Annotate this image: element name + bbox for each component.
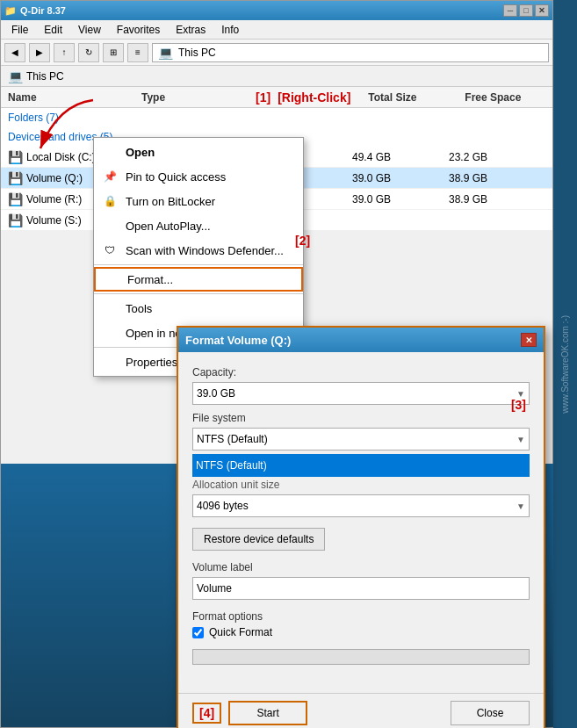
- toolbar: ◀ ▶ ↑ ↻ ⊞ ≡ 💻 This PC: [1, 40, 552, 66]
- watermark-sidebar: www.SoftwareOK.com :-): [553, 0, 577, 728]
- filesystem-label: File system: [192, 412, 530, 424]
- context-format-label: Format...: [127, 273, 173, 286]
- drive-label-q: Volume (Q:): [26, 172, 83, 184]
- drive-total-c: 49.4 GB: [352, 151, 449, 163]
- context-defender-icon: 🛡: [101, 244, 119, 256]
- refresh-button[interactable]: ↻: [78, 43, 99, 62]
- separator-1: [94, 264, 303, 265]
- quick-format-checkbox[interactable]: [192, 627, 204, 638]
- path-bar: 💻 This PC: [1, 66, 552, 87]
- context-item-open[interactable]: Open: [94, 140, 303, 164]
- maximize-button[interactable]: □: [519, 4, 533, 17]
- drive-total-q: 39.0 GB: [352, 172, 449, 184]
- path-label: This PC: [26, 70, 64, 83]
- back-button[interactable]: ◀: [4, 43, 25, 62]
- annotation-label-4: [4]: [192, 703, 221, 724]
- context-autoplay-label: Open AutoPlay...: [126, 220, 211, 233]
- up-button[interactable]: ↑: [54, 43, 75, 62]
- drive-label-r: Volume (R:): [26, 193, 82, 205]
- alloc-value: 4096 bytes: [197, 500, 249, 512]
- col-annotation2: [Right-Click]: [278, 90, 350, 105]
- main-window: 📁 Q-Dir 8.37 ─ □ ✕ File Edit View Favori…: [0, 0, 553, 728]
- menu-file[interactable]: File: [4, 22, 35, 38]
- filesystem-dropdown[interactable]: NTFS (Default) ▼: [192, 428, 530, 450]
- folders-section: Folders (7): [1, 108, 552, 127]
- context-item-defender[interactable]: 🛡 Scan with Windows Defender...: [94, 238, 303, 263]
- view-toggle[interactable]: ⊞: [103, 43, 124, 62]
- context-bitlocker-label: Turn on BitLocker: [126, 195, 215, 208]
- separator-2: [94, 293, 303, 294]
- alloc-dropdown[interactable]: 4096 bytes ▼: [192, 494, 530, 517]
- context-item-tools[interactable]: Tools: [94, 296, 303, 321]
- context-item-autoplay[interactable]: Open AutoPlay...: [94, 213, 303, 238]
- menu-bar: File Edit View Favorites Extras Info: [1, 20, 552, 40]
- context-tools-label: Tools: [126, 302, 152, 315]
- menu-edit[interactable]: Edit: [37, 22, 69, 38]
- computer-icon: 💻: [158, 46, 173, 60]
- capacity-arrow: ▼: [516, 389, 525, 399]
- drive-icon-s: 💾: [8, 213, 23, 227]
- title-bar: 📁 Q-Dir 8.37 ─ □ ✕: [1, 1, 552, 20]
- context-item-pin[interactable]: 📌 Pin to Quick access: [94, 164, 303, 189]
- menu-extras[interactable]: Extras: [169, 22, 213, 38]
- filesystem-arrow: ▼: [516, 435, 525, 444]
- context-open-label: Open: [126, 146, 155, 159]
- drive-total-r: 39.0 GB: [352, 193, 449, 205]
- drive-free-r: 38.9 GB: [449, 193, 528, 205]
- capacity-value: 39.0 GB: [197, 387, 235, 400]
- format-dialog: Format Volume (Q:) ✕ Capacity: 39.0 GB ▼…: [177, 326, 545, 728]
- col-total[interactable]: Total Size: [368, 91, 465, 104]
- alloc-label: Allocation unit size: [192, 479, 530, 491]
- start-button[interactable]: Start: [228, 701, 307, 725]
- col-free[interactable]: Free Space: [465, 91, 544, 104]
- context-properties-label: Properties: [126, 356, 177, 369]
- filesystem-selected-text: NTFS (Default): [196, 459, 267, 472]
- context-pin-label: Pin to Quick access: [126, 170, 226, 184]
- close-button[interactable]: ✕: [535, 4, 549, 17]
- restore-defaults-button[interactable]: Restore device defaults: [192, 528, 325, 551]
- col-name[interactable]: Name: [1, 91, 141, 104]
- context-lock-icon: 🔒: [101, 195, 119, 207]
- context-pin-icon: 📌: [101, 170, 119, 183]
- volume-label-input[interactable]: [192, 577, 530, 600]
- context-item-bitlocker[interactable]: 🔒 Turn on BitLocker: [94, 189, 303, 213]
- address-text: This PC: [178, 47, 216, 59]
- volume-label-label: Volume label: [192, 561, 530, 573]
- menu-view[interactable]: View: [71, 22, 108, 38]
- drive-icon-c: 💾: [8, 150, 23, 164]
- path-computer-icon: 💻: [8, 69, 23, 83]
- minimize-button[interactable]: ─: [503, 4, 517, 17]
- context-item-format[interactable]: Format...: [94, 267, 303, 292]
- forward-button[interactable]: ▶: [29, 43, 50, 62]
- address-bar[interactable]: 💻 This PC: [152, 43, 549, 62]
- title-bar-controls: ─ □ ✕: [503, 4, 549, 17]
- capacity-dropdown[interactable]: 39.0 GB ▼: [192, 382, 530, 405]
- dialog-body: Capacity: 39.0 GB ▼ [3] File system NTFS…: [178, 352, 544, 693]
- col-annotation1: [1]: [256, 90, 270, 105]
- filesystem-value: NTFS (Default): [197, 433, 268, 445]
- drive-free-q: 38.9 GB: [449, 172, 528, 184]
- watermark-text: www.SoftwareOK.com :-): [560, 315, 570, 414]
- col-type[interactable]: Type: [141, 91, 247, 104]
- format-options-label: Format options: [192, 610, 530, 623]
- dialog-title-text: Format Volume (Q:): [185, 334, 291, 347]
- title-bar-left: 📁 Q-Dir 8.37: [4, 5, 66, 17]
- drive-icon-r: 💾: [8, 192, 23, 206]
- progress-bar: [192, 649, 530, 665]
- folders-label: Folders (7): [8, 112, 59, 124]
- drive-label-s: Volume (S:): [26, 214, 82, 227]
- filesystem-selected-item[interactable]: NTFS (Default): [192, 454, 530, 477]
- dialog-footer: [4] Start Close: [178, 693, 544, 728]
- menu-favorites[interactable]: Favorites: [110, 22, 167, 38]
- file-list-header: Name Type [1] [Right-Click] Total Size F…: [1, 87, 552, 108]
- drive-icon-q: 💾: [8, 171, 23, 185]
- dialog-close-button[interactable]: ✕: [521, 333, 537, 347]
- annotation-4-container: [4] Start: [192, 701, 307, 725]
- view-list[interactable]: ≡: [127, 43, 148, 62]
- drive-free-c: 23.2 GB: [449, 151, 528, 163]
- capacity-label: Capacity:: [192, 366, 530, 378]
- dialog-title-bar: Format Volume (Q:) ✕: [178, 328, 544, 352]
- menu-info[interactable]: Info: [214, 22, 246, 38]
- drive-label-c: Local Disk (C:): [26, 151, 96, 163]
- close-dialog-button[interactable]: Close: [451, 701, 530, 725]
